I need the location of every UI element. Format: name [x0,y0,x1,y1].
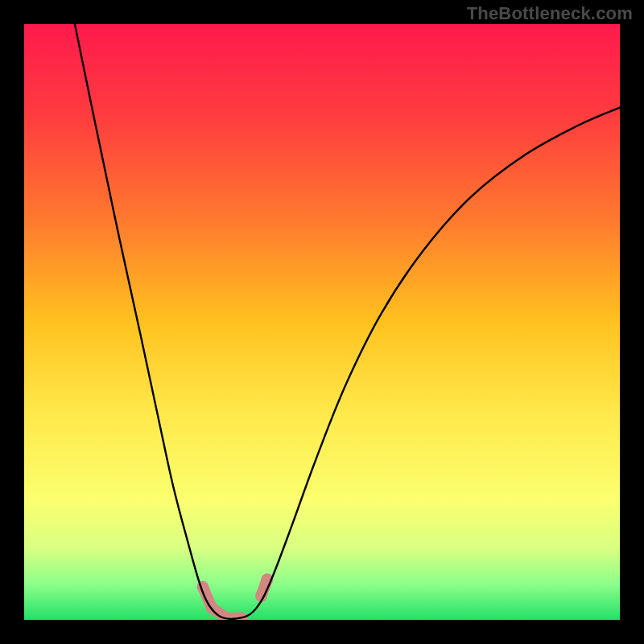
watermark-text: TheBottleneck.com [467,3,633,24]
gradient-background [24,24,620,620]
chart-frame: TheBottleneck.com [0,0,644,644]
plot-area [24,24,620,620]
chart-svg [24,24,620,620]
